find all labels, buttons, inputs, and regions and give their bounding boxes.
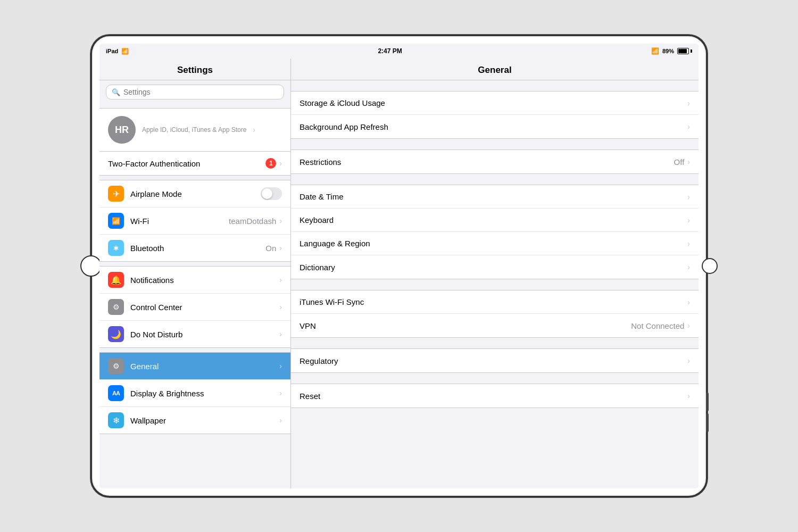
- main-content: Settings 🔍 HR Apple ID, iCloud, iTunes &…: [99, 59, 699, 488]
- user-subtitle: Apple ID, iCloud, iTunes & App Store: [142, 126, 246, 134]
- storage-label: Storage & iCloud Usage: [300, 98, 385, 107]
- language-chevron-icon: ›: [687, 239, 690, 248]
- background-right: ›: [687, 122, 690, 131]
- general-group-storage: Storage & iCloud Usage › Background App …: [291, 91, 699, 139]
- two-factor-right: 1 ›: [265, 158, 282, 169]
- two-factor-row[interactable]: Two-Factor Authentication 1 ›: [99, 152, 290, 176]
- general-item-storage[interactable]: Storage & iCloud Usage ›: [291, 92, 699, 115]
- vpn-label: VPN: [300, 321, 316, 330]
- home-button-left[interactable]: [80, 255, 102, 277]
- general-panel-title: General: [291, 59, 699, 80]
- display-icon: AA: [108, 385, 124, 401]
- general-group-network: iTunes Wi-Fi Sync › VPN Not Connected ›: [291, 290, 699, 338]
- settings-group-appearance: ⚙ General › AA Display & Brightness › ❄ …: [99, 352, 290, 434]
- language-right: ›: [687, 239, 690, 248]
- search-input[interactable]: [123, 88, 278, 96]
- general-item-regulatory[interactable]: Regulatory ›: [291, 349, 699, 372]
- ipad-label: iPad: [106, 48, 118, 54]
- user-chevron-icon: ›: [253, 126, 255, 134]
- user-info: Apple ID, iCloud, iTunes & App Store: [142, 126, 246, 134]
- sidebar-item-do-not-disturb[interactable]: 🌙 Do Not Disturb ›: [99, 321, 290, 347]
- user-profile[interactable]: HR Apple ID, iCloud, iTunes & App Store …: [99, 108, 290, 152]
- sidebar-item-wallpaper[interactable]: ❄ Wallpaper ›: [99, 407, 290, 434]
- general-group-regulatory: Regulatory ›: [291, 348, 699, 373]
- sidebar-item-notifications[interactable]: 🔔 Notifications ›: [99, 267, 290, 294]
- vpn-value: Not Connected: [631, 321, 684, 330]
- control-center-icon: ⚙: [108, 299, 124, 315]
- general-item-datetime[interactable]: Date & Time ›: [291, 185, 699, 209]
- background-label: Background App Refresh: [300, 122, 388, 131]
- general-item-itunes[interactable]: iTunes Wi-Fi Sync ›: [291, 290, 699, 314]
- search-bar: 🔍: [99, 80, 290, 104]
- wifi-status-icon: 📶: [121, 48, 129, 55]
- bluetooth-chevron-icon: ›: [279, 244, 282, 252]
- notifications-chevron-icon: ›: [279, 276, 282, 284]
- restrictions-value: Off: [674, 157, 685, 167]
- general-item-dictionary[interactable]: Dictionary ›: [291, 255, 699, 279]
- status-bar: iPad 📶 2:47 PM 📶 89%: [99, 44, 699, 59]
- ipad-frame: iPad 📶 2:47 PM 📶 89% Settings: [90, 35, 708, 497]
- general-group-restrictions: Restrictions Off ›: [291, 149, 699, 174]
- two-factor-label: Two-Factor Authentication: [108, 159, 200, 168]
- sidebar-item-display[interactable]: AA Display & Brightness ›: [99, 380, 290, 407]
- do-not-disturb-label: Do Not Disturb: [130, 330, 279, 339]
- bluetooth-icon: 📶: [651, 47, 659, 55]
- itunes-label: iTunes Wi-Fi Sync: [300, 297, 364, 306]
- storage-chevron-icon: ›: [687, 99, 690, 107]
- two-factor-badge: 1: [265, 158, 276, 169]
- datetime-label: Date & Time: [300, 192, 344, 201]
- restrictions-chevron-icon: ›: [687, 157, 690, 166]
- restrictions-label: Restrictions: [300, 157, 341, 167]
- search-input-wrap: 🔍: [106, 85, 284, 99]
- notifications-icon: 🔔: [108, 272, 124, 288]
- general-item-language[interactable]: Language & Region ›: [291, 232, 699, 255]
- itunes-chevron-icon: ›: [687, 298, 690, 306]
- do-not-disturb-icon: 🌙: [108, 326, 124, 342]
- two-factor-chevron-icon: ›: [279, 159, 282, 168]
- sidebar-item-general[interactable]: ⚙ General ›: [99, 353, 290, 380]
- itunes-right: ›: [687, 298, 690, 306]
- search-icon: 🔍: [112, 88, 120, 96]
- datetime-right: ›: [687, 193, 690, 201]
- bluetooth-icon-item: ∗: [108, 240, 124, 256]
- battery-percent: 89%: [662, 48, 674, 54]
- wallpaper-label: Wallpaper: [130, 416, 279, 425]
- reset-right: ›: [687, 392, 690, 400]
- sidebar-item-airplane[interactable]: ✈ Airplane Mode: [99, 180, 290, 207]
- datetime-chevron-icon: ›: [687, 193, 690, 201]
- display-label: Display & Brightness: [130, 389, 279, 398]
- sidebar-item-bluetooth[interactable]: ∗ Bluetooth On ›: [99, 235, 290, 261]
- airplane-label: Airplane Mode: [130, 189, 261, 198]
- status-left: iPad 📶: [106, 48, 129, 55]
- general-item-restrictions[interactable]: Restrictions Off ›: [291, 150, 699, 173]
- wifi-label: Wi-Fi: [130, 217, 229, 226]
- sidebar-item-wifi[interactable]: 📶 Wi-Fi teamDotdash ›: [99, 207, 290, 235]
- reset-label: Reset: [300, 392, 320, 401]
- sidebar-item-control-center[interactable]: ⚙ Control Center ›: [99, 294, 290, 321]
- status-right: 📶 89%: [651, 47, 692, 55]
- wallpaper-chevron-icon: ›: [279, 416, 282, 425]
- wifi-chevron-icon: ›: [279, 217, 282, 225]
- general-panel: General Storage & iCloud Usage › Backgro…: [291, 59, 699, 488]
- language-label: Language & Region: [300, 239, 370, 248]
- general-item-vpn[interactable]: VPN Not Connected ›: [291, 314, 699, 337]
- control-center-chevron-icon: ›: [279, 303, 282, 311]
- settings-panel-title: Settings: [99, 59, 290, 80]
- settings-panel: Settings 🔍 HR Apple ID, iCloud, iTunes &…: [99, 59, 291, 488]
- control-center-label: Control Center: [130, 303, 279, 312]
- keyboard-label: Keyboard: [300, 215, 334, 225]
- home-button-right: [702, 258, 718, 274]
- display-chevron-icon: ›: [279, 389, 282, 397]
- general-item-background[interactable]: Background App Refresh ›: [291, 115, 699, 138]
- general-item-reset[interactable]: Reset ›: [291, 384, 699, 408]
- do-not-disturb-chevron-icon: ›: [279, 330, 282, 338]
- regulatory-chevron-icon: ›: [687, 356, 690, 365]
- general-label: General: [130, 362, 279, 371]
- wallpaper-icon: ❄: [108, 412, 124, 428]
- avatar: HR: [108, 116, 136, 144]
- settings-group-system: 🔔 Notifications › ⚙ Control Center › 🌙 D…: [99, 266, 290, 348]
- wifi-value: teamDotdash: [229, 217, 276, 226]
- airplane-toggle[interactable]: [261, 187, 282, 200]
- dictionary-label: Dictionary: [300, 263, 335, 272]
- general-item-keyboard[interactable]: Keyboard ›: [291, 209, 699, 232]
